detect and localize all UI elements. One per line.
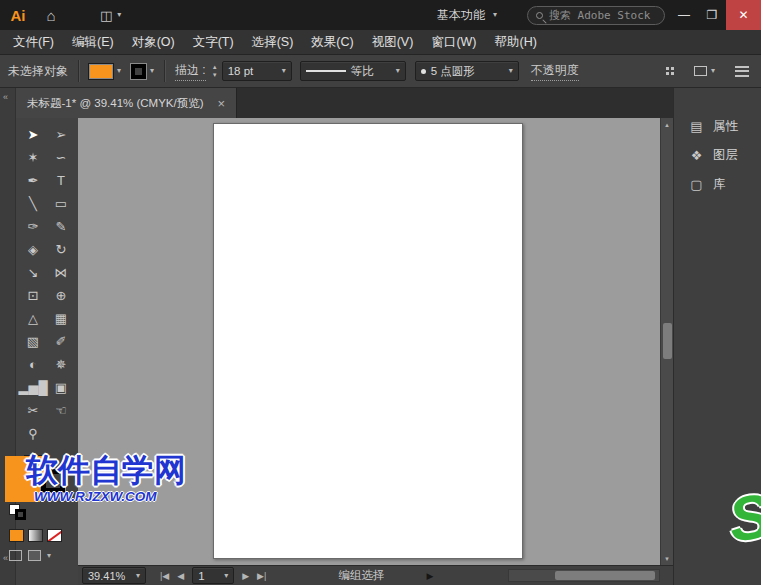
none-button[interactable]: [47, 529, 62, 542]
status-menu-arrow-icon[interactable]: ▶: [426, 571, 433, 581]
status-indicator[interactable]: 编组选择: [338, 568, 384, 583]
round-brush-icon: [421, 69, 426, 74]
fill-color-swatch[interactable]: [89, 64, 113, 79]
type-tool[interactable]: T: [47, 169, 75, 192]
panel-tab-layers[interactable]: ❖ 图层: [674, 141, 761, 169]
close-icon[interactable]: ×: [218, 96, 226, 111]
step-down-icon[interactable]: ▼: [212, 72, 218, 78]
stock-search-input[interactable]: 搜索 Adobe Stock: [527, 6, 665, 25]
blend-tool-icon: ◐: [29, 357, 37, 372]
draw-normal-button[interactable]: [9, 550, 22, 561]
pencil-tool[interactable]: ✎: [47, 215, 75, 238]
draw-behind-button[interactable]: [28, 550, 41, 561]
eyedropper-tool[interactable]: ✐: [47, 330, 75, 353]
menu-object[interactable]: 对象(O): [123, 30, 184, 55]
slice-tool[interactable]: ✂: [19, 399, 47, 422]
stroke-weight-stepper[interactable]: ▲ ▼: [212, 64, 218, 78]
direct-selection-tool[interactable]: ➢: [47, 123, 75, 146]
scale-tool[interactable]: ↘: [19, 261, 47, 284]
perspective-grid-tool[interactable]: △: [19, 307, 47, 330]
eraser-tool[interactable]: ◈: [19, 238, 47, 261]
collapse-left-icon[interactable]: «: [3, 553, 8, 563]
free-transform-tool-icon: ⊡: [28, 288, 39, 303]
home-icon[interactable]: ⌂: [36, 7, 66, 24]
opacity-label[interactable]: 不透明度: [531, 62, 579, 81]
stroke-label[interactable]: 描边 :: [175, 62, 206, 81]
step-up-icon[interactable]: ▲: [212, 64, 218, 70]
zoom-tool-icon: ⚲: [28, 426, 38, 441]
symbol-sprayer-tool[interactable]: ✵: [47, 353, 75, 376]
menu-effect[interactable]: 效果(C): [302, 30, 362, 55]
gradient-button[interactable]: [28, 529, 43, 542]
lasso-tool[interactable]: ∽: [47, 146, 75, 169]
horizontal-scroll-thumb[interactable]: [555, 571, 655, 580]
collapse-left-icon[interactable]: «: [3, 92, 8, 102]
scroll-down-icon[interactable]: ▼: [661, 552, 673, 565]
brush-select[interactable]: 5 点圆形 ▾: [415, 61, 519, 81]
horizontal-scrollbar[interactable]: [508, 569, 660, 582]
next-artboard-button[interactable]: ▶: [242, 571, 249, 581]
gradient-tool-icon: ▧: [27, 334, 39, 349]
app-logo[interactable]: Ai: [0, 0, 36, 30]
magic-wand-tool[interactable]: ✶: [19, 146, 47, 169]
rotate-tool[interactable]: ↻: [47, 238, 75, 261]
stroke-color-swatch[interactable]: [131, 64, 146, 79]
zoom-select[interactable]: 39.41% ▾: [82, 567, 146, 584]
artboard-select[interactable]: 1 ▾: [192, 567, 234, 584]
vertical-scroll-thumb[interactable]: [663, 323, 672, 359]
color-button[interactable]: [9, 529, 24, 542]
maximize-button[interactable]: ❐: [698, 0, 726, 30]
free-transform-tool[interactable]: ⊡: [19, 284, 47, 307]
menu-type[interactable]: 文字(T): [184, 30, 243, 55]
menu-view[interactable]: 视图(V): [363, 30, 423, 55]
gradient-tool[interactable]: ▧: [19, 330, 47, 353]
paintbrush-tool-icon: ✑: [28, 219, 39, 234]
pen-tool[interactable]: ✒: [19, 169, 47, 192]
document-tab[interactable]: 未标题-1* @ 39.41% (CMYK/预览) ×: [16, 88, 237, 118]
chevron-down-icon: ▾: [711, 67, 715, 75]
menu-help[interactable]: 帮助(H): [486, 30, 546, 55]
shape-builder-tool[interactable]: ⊕: [47, 284, 75, 307]
minimize-button[interactable]: —: [670, 0, 698, 30]
blend-tool[interactable]: ◐: [19, 353, 47, 376]
line-segment-tool[interactable]: ╲: [19, 192, 47, 215]
chevron-down-icon[interactable]: ▾: [47, 551, 51, 560]
chevron-down-icon[interactable]: ▾: [117, 67, 121, 75]
panel-tab-properties[interactable]: ▤ 属性: [674, 112, 761, 140]
mesh-tool[interactable]: ▦: [47, 307, 75, 330]
width-profile-select[interactable]: 等比 ▾: [300, 61, 406, 81]
menu-edit[interactable]: 编辑(E): [63, 30, 123, 55]
document-setup-button[interactable]: ▾: [694, 66, 715, 76]
menu-file[interactable]: 文件(F): [4, 30, 63, 55]
close-button[interactable]: ✕: [726, 0, 761, 30]
zoom-tool[interactable]: ⚲: [19, 422, 47, 445]
previous-artboard-button[interactable]: ◀: [177, 571, 184, 581]
paintbrush-tool[interactable]: ✑: [19, 215, 47, 238]
scroll-up-icon[interactable]: ▲: [661, 118, 673, 131]
chevron-down-icon[interactable]: ▾: [150, 67, 154, 75]
search-placeholder: 搜索 Adobe Stock: [549, 8, 650, 23]
menu-help-label: 帮助(H): [495, 34, 537, 51]
menu-window[interactable]: 窗口(W): [422, 30, 485, 55]
rectangle-tool[interactable]: ▭: [47, 192, 75, 215]
arrange-documents-button[interactable]: ◫ ▾: [100, 8, 121, 23]
last-artboard-button[interactable]: ▶|: [257, 571, 266, 581]
vertical-scrollbar[interactable]: ▲ ▼: [660, 118, 673, 565]
menu-file-label: 文件(F): [13, 34, 54, 51]
column-graph-tool[interactable]: ▂▅█: [19, 376, 47, 399]
selection-tool[interactable]: ➤: [19, 123, 47, 146]
width-tool[interactable]: ⋈: [47, 261, 75, 284]
titlebar: Ai ⌂ ◫ ▾ 基本功能 ▾ 搜索 Adobe Stock — ❐ ✕: [0, 0, 761, 30]
artboard-tool[interactable]: ▣: [47, 376, 75, 399]
swap-fill-stroke-icon[interactable]: [15, 509, 26, 520]
panel-tab-libraries[interactable]: ▢ 库: [674, 170, 761, 198]
hand-tool[interactable]: ☜: [47, 399, 75, 422]
first-artboard-button[interactable]: |◀: [160, 571, 169, 581]
menu-icon[interactable]: [735, 66, 749, 77]
stroke-weight-select[interactable]: 18 pt ▾: [222, 61, 292, 81]
canvas[interactable]: [78, 118, 660, 565]
artboard[interactable]: [213, 123, 523, 559]
menu-select[interactable]: 选择(S): [243, 30, 303, 55]
workspace-switcher[interactable]: 基本功能 ▾: [437, 0, 497, 30]
align-options-icon[interactable]: [666, 67, 674, 75]
